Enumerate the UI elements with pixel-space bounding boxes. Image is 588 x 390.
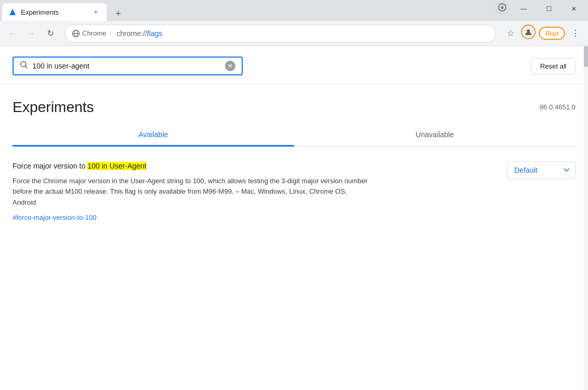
- reload-button[interactable]: ↻: [42, 25, 59, 42]
- flag-control: Default Enabled Disabled: [507, 161, 575, 179]
- search-clear-button[interactable]: ✕: [225, 61, 235, 71]
- profile-button[interactable]: [521, 25, 536, 39]
- security-indicator: Chrome |: [72, 29, 112, 38]
- page-content: ✕ Reset all Experiments 96.0.4651.0 Avai…: [0, 46, 588, 390]
- flag-name-highlight: 100 in User-Agent: [87, 162, 146, 170]
- flag-item: Force major version to 100 in User-Agent…: [13, 147, 575, 232]
- svg-marker-0: [9, 9, 16, 15]
- flag-name-prefix: Force major version to: [13, 162, 87, 170]
- tab-strip: Experiments × +: [0, 0, 126, 21]
- flag-info: Force major version to 100 in User-Agent…: [13, 161, 368, 222]
- svg-line-7: [26, 66, 28, 69]
- minimize-button[interactable]: —: [512, 1, 536, 17]
- omnibox[interactable]: Chrome | chrome://flags: [65, 25, 496, 42]
- close-button[interactable]: ✕: [562, 1, 586, 17]
- page-header: Experiments 96.0.4651.0: [13, 84, 575, 124]
- download-icon[interactable]: [495, 0, 510, 15]
- scrollbar-track[interactable]: [584, 46, 588, 390]
- flag-link[interactable]: #force-major-version-to-100: [13, 214, 96, 221]
- page-title: Experiments: [13, 99, 94, 116]
- new-tab-button[interactable]: +: [111, 6, 126, 21]
- reset-all-button[interactable]: Reset all: [531, 58, 575, 74]
- tab-favicon: [8, 8, 17, 16]
- url-separator: |: [109, 29, 111, 37]
- scrollbar-thumb[interactable]: [584, 46, 588, 67]
- error-badge[interactable]: Błąd: [539, 27, 565, 40]
- forward-button[interactable]: →: [23, 25, 40, 42]
- main-content: Experiments 96.0.4651.0 Available Unavai…: [0, 84, 588, 232]
- tab-unavailable-label: Unavailable: [415, 130, 454, 139]
- tabs-container: Available Unavailable: [13, 124, 575, 147]
- window-controls: — ☐ ✕: [512, 1, 588, 17]
- toolbar: ← → ↻ Chrome | chrome://flags ☆ Błąd ⋮: [0, 21, 588, 46]
- url-path: flags: [147, 29, 163, 38]
- security-label: Chrome: [82, 29, 106, 37]
- flag-select[interactable]: Default Enabled Disabled: [507, 161, 575, 179]
- flag-description: Force the Chrome major version in the Us…: [13, 176, 368, 208]
- back-button[interactable]: ←: [4, 25, 21, 42]
- url-scheme: chrome://: [117, 29, 147, 38]
- tab-close-button[interactable]: ×: [91, 7, 100, 17]
- search-box: ✕: [13, 57, 243, 75]
- search-icon: [20, 61, 28, 71]
- search-input[interactable]: [32, 62, 221, 70]
- tab-title: Experiments: [21, 8, 87, 16]
- search-bar-container: ✕ Reset all: [0, 46, 588, 84]
- tab-unavailable[interactable]: Unavailable: [294, 124, 575, 147]
- active-tab[interactable]: Experiments ×: [2, 3, 107, 21]
- titlebar: Experiments × + — ☐ ✕: [0, 0, 588, 21]
- url-display: chrome://flags: [117, 29, 489, 38]
- tab-available-label: Available: [139, 130, 168, 139]
- bookmark-button[interactable]: ☆: [502, 25, 519, 42]
- maximize-button[interactable]: ☐: [537, 1, 561, 17]
- tab-available[interactable]: Available: [13, 124, 294, 147]
- menu-button[interactable]: ⋮: [567, 25, 584, 42]
- toolbar-actions: ☆ Błąd ⋮: [502, 25, 584, 42]
- version-text: 96.0.4651.0: [539, 99, 575, 111]
- flag-name: Force major version to 100 in User-Agent: [13, 161, 368, 172]
